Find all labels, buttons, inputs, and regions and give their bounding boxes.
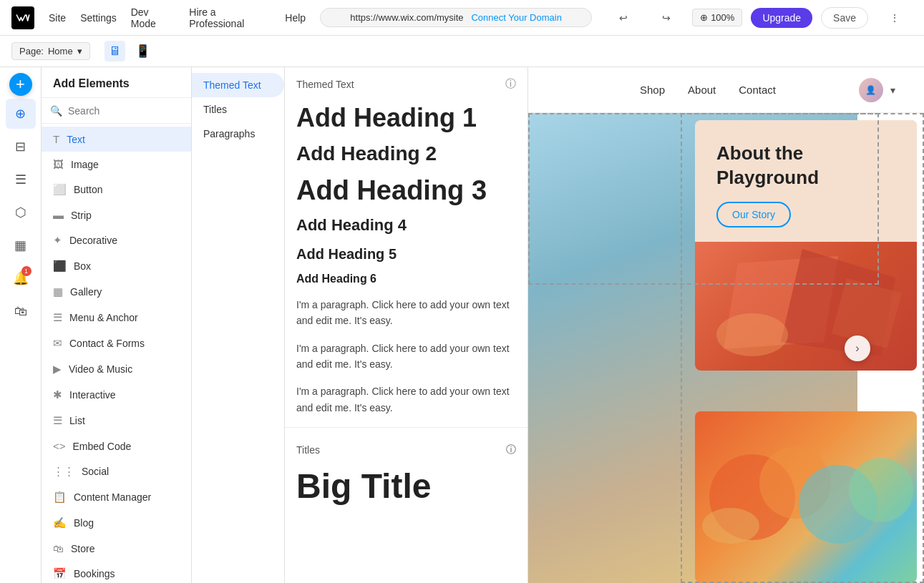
heading-3-text: Add Heading 3	[296, 175, 487, 205]
paragraph-1-text: I'm a paragraph. Click here to add your …	[296, 299, 510, 326]
url-text: https://www.wix.com/mysite	[350, 12, 463, 23]
themed-text-section-header: Themed Text ⓘ	[285, 67, 527, 98]
store-item-icon: 🛍	[53, 542, 64, 554]
element-item-button[interactable]: ⬜ Button	[42, 177, 191, 202]
undo-button[interactable]: ↩	[606, 7, 641, 29]
store-icon: 🛍	[14, 304, 27, 319]
zoom-icon: ⊕	[700, 12, 708, 23]
heading-5-text: Add Heading 5	[296, 246, 397, 262]
url-bar[interactable]: https://www.wix.com/mysite Connect Your …	[320, 8, 592, 27]
paragraph-1-item[interactable]: I'm a paragraph. Click here to add your …	[285, 291, 527, 335]
list-element-icon: ☰	[53, 414, 62, 427]
top-bar-right: ↩ ↪ ⊕ 100% Upgrade Save ⋮	[606, 7, 913, 29]
more-options-button[interactable]: ⋮	[877, 7, 913, 29]
icon-strip-media[interactable]: ▦	[6, 230, 36, 260]
settings-nav-item[interactable]: Settings	[80, 12, 117, 24]
titles-info-icon[interactable]: ⓘ	[506, 444, 516, 456]
carousel-next-button[interactable]: ›	[845, 335, 870, 361]
site-nav-about[interactable]: About	[688, 84, 716, 96]
element-item-video-music[interactable]: ▶ Video & Music	[42, 356, 191, 382]
svg-point-3	[716, 313, 788, 356]
element-label-list: List	[69, 415, 85, 426]
social-element-icon: ⋮⋮	[53, 465, 74, 478]
heading-4-text: Add Heading 4	[296, 216, 407, 234]
element-label-contact-forms: Contact & Forms	[69, 338, 145, 349]
help-nav-item[interactable]: Help	[285, 12, 306, 24]
element-label-embed-code: Embed Code	[73, 441, 132, 452]
site-nav-item[interactable]: Site	[49, 12, 66, 24]
icon-strip-sections[interactable]: ⊟	[6, 132, 36, 162]
icon-strip-store[interactable]: 🛍	[6, 296, 36, 326]
page-selector[interactable]: Page: Home ▾	[11, 42, 90, 60]
icon-strip-pages[interactable]: ☰	[6, 165, 36, 195]
element-item-interactive[interactable]: ✱ Interactive	[42, 382, 191, 408]
heading-3-item[interactable]: Add Heading 3	[285, 170, 527, 212]
heading-1-text: Add Heading 1	[296, 103, 477, 132]
icon-strip-apps[interactable]: ⬡	[6, 197, 36, 227]
main-layout: + ⊕ ⊟ ☰ ⬡ ▦ 🔔 1 🛍 Add Elements 🔍	[0, 67, 924, 583]
add-element-button[interactable]: +	[9, 73, 32, 96]
save-button[interactable]: Save	[821, 7, 868, 29]
site-nav-contact[interactable]: Contact	[739, 84, 776, 96]
redo-button[interactable]: ↪	[649, 7, 684, 29]
image-element-icon: 🖼	[53, 158, 64, 170]
sub-item-themed-text[interactable]: Themed Text	[192, 73, 284, 97]
our-story-button[interactable]: Our Story	[716, 202, 791, 227]
element-item-menu-anchor[interactable]: ☰ Menu & Anchor	[42, 305, 191, 330]
big-title-item[interactable]: Big Title	[285, 464, 527, 510]
mobile-viewport-button[interactable]: 📱	[131, 41, 155, 62]
heading-5-item[interactable]: Add Heading 5	[285, 240, 527, 268]
icon-strip-add[interactable]: ⊕	[6, 99, 36, 129]
heading-4-item[interactable]: Add Heading 4	[285, 211, 527, 240]
paragraph-2-item[interactable]: I'm a paragraph. Click here to add your …	[285, 335, 527, 378]
pages-icon: ☰	[15, 172, 26, 187]
icon-strip: + ⊕ ⊟ ☰ ⬡ ▦ 🔔 1 🛍	[0, 67, 42, 583]
element-label-button: Button	[74, 184, 102, 195]
blog-element-icon: ✍	[53, 516, 67, 529]
hire-professional-nav-item[interactable]: Hire a Professional	[189, 6, 271, 29]
nav-chevron-icon[interactable]: ▾	[890, 84, 895, 96]
about-card-image	[695, 242, 917, 371]
element-item-image[interactable]: 🖼 Image	[42, 152, 191, 177]
desktop-viewport-button[interactable]: 🖥	[104, 41, 125, 62]
heading-1-item[interactable]: Add Heading 1	[285, 98, 527, 137]
site-nav-shop[interactable]: Shop	[640, 84, 665, 96]
element-item-blog[interactable]: ✍ Blog	[42, 510, 191, 536]
box-element-icon: ⬛	[53, 260, 67, 273]
about-card: About thePlayground Our Story	[695, 120, 917, 371]
paragraph-3-item[interactable]: I'm a paragraph. Click here to add your …	[285, 378, 527, 421]
dev-mode-nav-item[interactable]: Dev Mode	[131, 6, 175, 29]
heading-2-item[interactable]: Add Heading 2	[285, 137, 527, 170]
element-item-bookings[interactable]: 📅 Bookings	[42, 561, 191, 583]
bookings-element-icon: 📅	[53, 567, 67, 580]
about-card-title: About thePlayground	[716, 142, 895, 190]
element-item-contact-forms[interactable]: ✉ Contact & Forms	[42, 330, 191, 356]
element-label-box: Box	[74, 260, 91, 272]
sub-item-paragraphs-label: Paragraphs	[203, 128, 255, 139]
menu-anchor-element-icon: ☰	[53, 311, 62, 324]
element-item-decorative[interactable]: ✦ Decorative	[42, 227, 191, 253]
element-item-embed-code[interactable]: <> Embed Code	[42, 433, 191, 459]
element-item-box[interactable]: ⬛ Box	[42, 253, 191, 279]
sub-item-paragraphs[interactable]: Paragraphs	[192, 122, 284, 146]
element-item-list[interactable]: ☰ List	[42, 408, 191, 433]
site-nav: Shop About Contact 👤 ▾	[528, 67, 924, 113]
info-icon[interactable]: ⓘ	[505, 77, 516, 91]
connect-domain-link[interactable]: Connect Your Domain	[471, 12, 561, 23]
element-item-content-manager[interactable]: 📋 Content Manager	[42, 484, 191, 510]
element-item-strip[interactable]: ▬ Strip	[42, 202, 191, 227]
element-item-text[interactable]: T Text	[42, 127, 191, 152]
page-label: Page:	[19, 46, 44, 57]
element-item-store[interactable]: 🛍 Store	[42, 536, 191, 561]
element-item-gallery[interactable]: ▦ Gallery	[42, 279, 191, 305]
element-item-social[interactable]: ⋮⋮ Social	[42, 459, 191, 484]
search-input[interactable]	[68, 105, 192, 117]
icon-strip-notifications[interactable]: 🔔 1	[6, 263, 36, 293]
element-label-bookings: Bookings	[74, 568, 115, 579]
upgrade-button[interactable]: Upgrade	[751, 8, 812, 28]
zoom-control[interactable]: ⊕ 100%	[692, 9, 742, 26]
element-label-store: Store	[71, 543, 94, 554]
chevron-down-icon: ▾	[77, 46, 82, 57]
sub-item-titles[interactable]: Titles	[192, 97, 284, 122]
heading-6-item[interactable]: Add Heading 6	[285, 268, 527, 291]
